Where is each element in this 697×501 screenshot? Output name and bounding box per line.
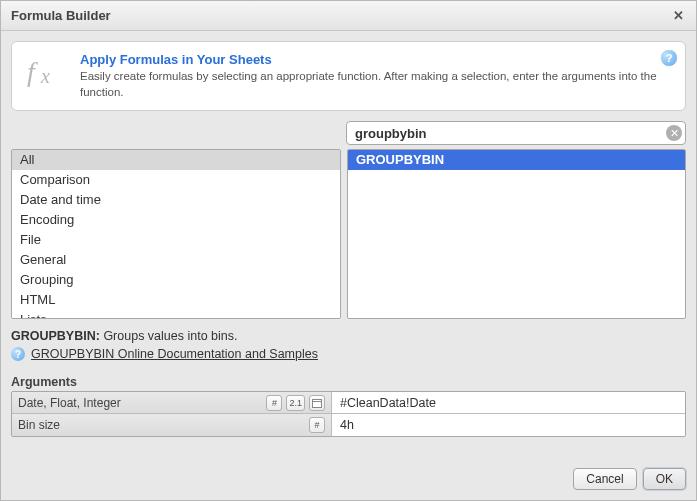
- argument-input[interactable]: [332, 414, 685, 436]
- calendar-icon[interactable]: [309, 395, 325, 411]
- info-body: Easily create formulas by selecting an a…: [80, 69, 675, 100]
- formula-builder-dialog: Formula Builder ✕ f x Apply Formulas in …: [0, 0, 697, 501]
- description-text: GROUPBYBIN: Groups values into bins.: [11, 329, 686, 343]
- argument-label-cell: Date, Float, Integer#2.1: [12, 392, 332, 413]
- type-float-icon[interactable]: 2.1: [286, 395, 305, 411]
- description-block: GROUPBYBIN: Groups values into bins. ? G…: [11, 329, 686, 361]
- argument-label-cell: Bin size#: [12, 414, 332, 436]
- type-number-icon[interactable]: #: [309, 417, 325, 433]
- arguments-table: Date, Float, Integer#2.1Bin size#: [11, 391, 686, 437]
- argument-label: Date, Float, Integer: [18, 396, 262, 410]
- argument-input[interactable]: [332, 392, 685, 413]
- search-box: ✕: [346, 121, 686, 145]
- ok-button[interactable]: OK: [643, 468, 686, 490]
- info-card: f x Apply Formulas in Your Sheets Easily…: [11, 41, 686, 111]
- category-item[interactable]: Date and time: [12, 190, 340, 210]
- results-list[interactable]: GROUPBYBIN: [347, 149, 686, 319]
- svg-text:f: f: [27, 56, 38, 87]
- info-text: Apply Formulas in Your Sheets Easily cre…: [80, 52, 675, 100]
- clear-search-icon[interactable]: ✕: [666, 125, 682, 141]
- footer: Cancel OK: [1, 460, 696, 500]
- dialog-title: Formula Builder: [11, 8, 670, 23]
- cancel-button[interactable]: Cancel: [573, 468, 636, 490]
- svg-rect-2: [313, 399, 322, 407]
- titlebar: Formula Builder ✕: [1, 1, 696, 31]
- argument-label: Bin size: [18, 418, 305, 432]
- search-row: ✕: [11, 121, 686, 145]
- search-input[interactable]: [346, 121, 686, 145]
- category-item[interactable]: HTML: [12, 290, 340, 310]
- category-item[interactable]: All: [12, 150, 340, 170]
- argument-row: Date, Float, Integer#2.1: [12, 392, 685, 414]
- category-item[interactable]: Lists: [12, 310, 340, 319]
- documentation-link[interactable]: GROUPBYBIN Online Documentation and Samp…: [31, 347, 318, 361]
- close-icon[interactable]: ✕: [670, 8, 686, 24]
- panels: AllComparisonDate and timeEncodingFileGe…: [11, 149, 686, 319]
- category-item[interactable]: General: [12, 250, 340, 270]
- result-item[interactable]: GROUPBYBIN: [348, 150, 685, 170]
- category-item[interactable]: Comparison: [12, 170, 340, 190]
- category-item[interactable]: Grouping: [12, 270, 340, 290]
- help-icon[interactable]: ?: [661, 50, 677, 66]
- category-list[interactable]: AllComparisonDate and timeEncodingFileGe…: [11, 149, 341, 319]
- fx-icon: f x: [22, 52, 70, 92]
- help-dot-icon[interactable]: ?: [11, 347, 25, 361]
- arguments-header: Arguments: [11, 375, 686, 389]
- info-heading: Apply Formulas in Your Sheets: [80, 52, 675, 67]
- argument-row: Bin size#: [12, 414, 685, 436]
- category-item[interactable]: Encoding: [12, 210, 340, 230]
- svg-text:x: x: [40, 65, 50, 87]
- category-item[interactable]: File: [12, 230, 340, 250]
- type-number-icon[interactable]: #: [266, 395, 282, 411]
